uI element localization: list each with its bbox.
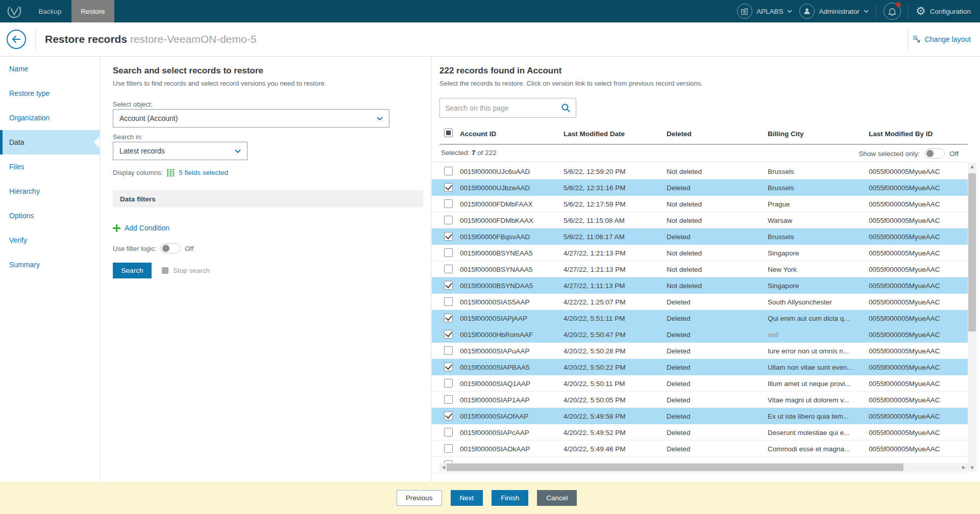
records-table-body: 0015f00000UJc6uAAD5/6/22, 12:59:20 PMNot… (432, 163, 968, 473)
table-row[interactable]: 0015f00000SIAP1AAP4/20/22, 5:50:05 PMDel… (432, 392, 968, 408)
table-row[interactable]: 0015f00000SIAPcAAP4/20/22, 5:49:52 PMDel… (432, 424, 968, 441)
row-checkbox[interactable] (444, 428, 453, 436)
table-row[interactable]: 0015f00000BSYNDAA54/27/22, 1:11:13 PMNot… (432, 277, 968, 294)
cell-account-id: 0015f00000SIAP1AAP (460, 396, 530, 403)
cell-deleted: Deleted (667, 330, 691, 338)
configuration-button[interactable]: ⚙ Configuration (916, 6, 971, 17)
table-row[interactable]: 0015f00000SIAS5AAP4/22/22, 1:25:07 PMDel… (432, 294, 968, 310)
sidebar-item-summary[interactable]: Summary (0, 252, 100, 277)
row-checkbox[interactable] (444, 167, 453, 175)
cell-billing-city: Singapore (768, 249, 799, 256)
select-all-checkbox[interactable] (444, 128, 453, 137)
cancel-button[interactable]: Cancel (537, 490, 577, 506)
row-checkbox[interactable] (444, 216, 453, 224)
row-checkbox[interactable] (444, 199, 453, 208)
row-checkbox[interactable] (444, 265, 453, 273)
cell-last-modified-by-id: 0055f000005MyueAAC (869, 428, 940, 436)
row-checkbox[interactable] (444, 183, 453, 192)
table-row[interactable]: 0015f00000SIAOkAAP4/20/22, 5:49:46 PMDel… (432, 441, 968, 457)
cell-last-modified-by-id: 0055f000005MyueAAC (869, 347, 940, 354)
cell-last-modified-date: 4/20/22, 5:51:11 PM (564, 314, 625, 322)
sidebar-item-files[interactable]: Files (0, 155, 100, 179)
scroll-up-arrow[interactable]: ▲ (968, 162, 976, 170)
cell-deleted: Deleted (667, 412, 691, 420)
cell-deleted: Deleted (667, 314, 691, 322)
table-row[interactable]: 0015f00000FBqsvAAD5/6/22, 11:06:17 AMDel… (432, 228, 968, 245)
row-checkbox[interactable] (444, 314, 453, 322)
user-icon (799, 4, 815, 19)
row-checkbox[interactable] (444, 412, 453, 420)
row-checkbox[interactable] (444, 395, 453, 404)
table-row[interactable]: 0015f00000SIAPBAA54/20/22, 5:50:22 PMDel… (432, 359, 968, 375)
table-row[interactable]: 0015f00000UJc6uAAD5/6/22, 12:59:20 PMNot… (432, 163, 968, 179)
finish-button[interactable]: Finish (492, 490, 528, 506)
next-button[interactable]: Next (451, 490, 483, 506)
add-condition-link[interactable]: Add Condition (125, 224, 169, 232)
table-row[interactable]: 0015f00000SIAPuAAP4/20/22, 5:50:28 PMDel… (432, 343, 968, 359)
sidebar-item-organization[interactable]: Organization (0, 106, 100, 130)
table-row[interactable]: 0015f00000SIAQ1AAP4/20/22, 5:50:11 PMDel… (432, 375, 968, 392)
page-search-input[interactable] (445, 104, 561, 112)
vertical-scrollbar-thumb[interactable] (968, 173, 976, 331)
columns-grid-icon (167, 169, 175, 176)
scroll-right-arrow[interactable]: ▶ (960, 463, 968, 472)
previous-button[interactable]: Previous (397, 490, 442, 506)
row-checkbox[interactable] (444, 281, 453, 290)
search-in-dropdown[interactable]: Latest records (113, 142, 248, 160)
fields-selected-link[interactable]: 5 fields selected (179, 169, 228, 176)
change-layout-link[interactable]: Change layout (913, 35, 971, 43)
row-checkbox[interactable] (444, 248, 453, 257)
cell-deleted: Not deleted (667, 216, 702, 224)
table-row[interactable]: 0015f00000BSYNEAA54/27/22, 1:21:13 PMNot… (432, 245, 968, 261)
table-row[interactable]: 0015f00000FDMbKAAX5/6/22, 11:15:08 AMNot… (432, 212, 968, 228)
show-selected-toggle[interactable] (924, 148, 945, 159)
tab-restore[interactable]: Restore (71, 0, 114, 22)
wizard-buttons: PreviousNextFinishCancel (397, 490, 577, 506)
cell-last-modified-by-id: 0055f000005MyueAAC (869, 396, 940, 403)
cell-account-id: 0015f00000SIAQ1AAP (460, 379, 530, 387)
cell-account-id: 0015f00000FBqsvAAD (460, 233, 530, 240)
table-row[interactable]: 0015f00000UJbzeAAD5/6/22, 12:31:16 PMDel… (432, 179, 968, 196)
cell-account-id: 0015f00000UJc6uAAD (460, 167, 530, 175)
search-icon[interactable] (561, 103, 571, 113)
sidebar-item-verify[interactable]: Verify (0, 228, 100, 252)
sidebar-item-name[interactable]: Name (0, 57, 100, 81)
sidebar-item-restore-type[interactable]: Restore type (0, 81, 100, 106)
table-row[interactable]: 0015f00000FDMbFAAX5/6/22, 12:17:59 PMNot… (432, 196, 968, 212)
sidebar-item-data[interactable]: Data (0, 130, 100, 155)
cell-account-id: 0015f00000SIAOkAAP (460, 445, 530, 452)
row-checkbox[interactable] (444, 379, 453, 388)
back-button[interactable] (7, 30, 26, 49)
horizontal-scrollbar-thumb[interactable] (447, 464, 903, 471)
row-checkbox[interactable] (444, 297, 453, 306)
selection-summary-bar: Selected: 7 of 222 Show selected only: O… (432, 145, 968, 162)
org-menu[interactable]: APLABS (737, 4, 793, 19)
select-object-dropdown[interactable]: Account (Account) (113, 109, 389, 127)
notifications-button[interactable] (884, 3, 901, 20)
row-checkbox[interactable] (444, 330, 453, 339)
scroll-down-arrow[interactable]: ▼ (968, 464, 976, 472)
table-row[interactable]: 0015f00000SIAPjAAP4/20/22, 5:51:11 PMDel… (432, 310, 968, 326)
cell-account-id: 0015f00000SIAPcAAP (460, 428, 529, 436)
select-object-label: Select object: (113, 100, 153, 108)
cell-deleted: Deleted (667, 298, 691, 305)
row-checkbox[interactable] (444, 232, 453, 241)
table-row[interactable]: 0015f00000SIAOfAAP4/20/22, 5:49:58 PMDel… (432, 408, 968, 424)
user-menu[interactable]: Administrator (799, 4, 869, 19)
row-checkbox[interactable] (444, 363, 453, 371)
tab-backup[interactable]: Backup (29, 0, 71, 22)
row-checkbox[interactable] (444, 346, 453, 355)
sidebar-item-options[interactable]: Options (0, 203, 100, 228)
table-row[interactable]: 0015f00000BSYNAAA54/27/22, 1:21:13 PMNot… (432, 261, 968, 277)
row-checkbox[interactable] (444, 444, 453, 453)
cell-account-id: 0015f00000HbRomAAF (460, 330, 533, 338)
search-button[interactable]: Search (113, 263, 152, 278)
veeam-logo-icon[interactable] (0, 0, 29, 22)
filter-logic-toggle[interactable] (160, 243, 181, 253)
table-row[interactable]: 0015f00000HbRomAAF4/20/22, 5:50:47 PMDel… (432, 326, 968, 343)
horizontal-scrollbar[interactable]: ◀ ▶ (439, 463, 968, 472)
vertical-scrollbar[interactable]: ▲ ▼ (968, 162, 976, 472)
sidebar-item-hierarchy[interactable]: Hierarchy (0, 179, 100, 203)
cell-deleted: Not deleted (667, 167, 702, 175)
cell-deleted: Deleted (667, 396, 691, 403)
